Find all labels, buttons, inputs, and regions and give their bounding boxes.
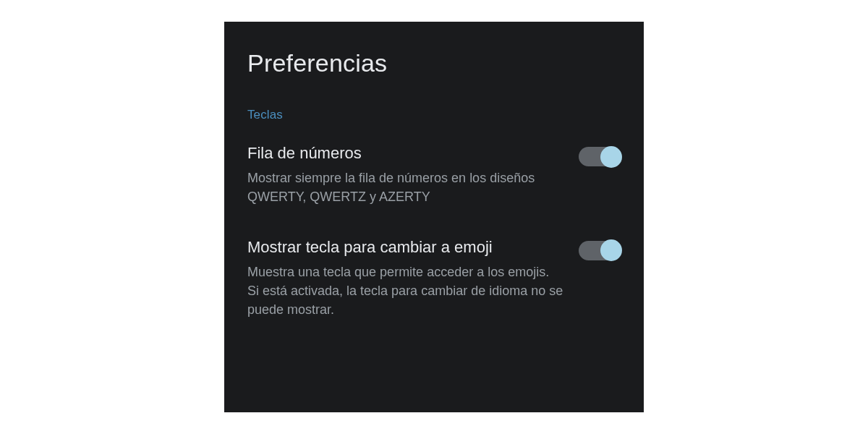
page-title: Preferencias [247,49,621,77]
setting-title: Fila de números [247,142,564,164]
toggle-wrapper [579,237,621,260]
setting-row-number-row[interactable]: Fila de números Mostrar siempre la fila … [247,142,621,206]
toggle-knob [600,146,622,168]
toggle-knob [600,239,622,261]
setting-description: Muestra una tecla que permite acceder a … [247,263,564,319]
setting-title: Mostrar tecla para cambiar a emoji [247,237,564,258]
setting-description: Mostrar siempre la fila de números en lo… [247,169,564,206]
setting-row-emoji-key[interactable]: Mostrar tecla para cambiar a emoji Muest… [247,237,621,319]
preferences-panel: Preferencias Teclas Fila de números Most… [224,22,644,412]
setting-text: Mostrar tecla para cambiar a emoji Muest… [247,237,564,319]
toggle-emoji-key[interactable] [579,241,621,260]
toggle-number-row[interactable] [579,147,621,166]
section-header-teclas: Teclas [247,108,621,122]
setting-text: Fila de números Mostrar siempre la fila … [247,142,564,206]
toggle-wrapper [579,142,621,166]
